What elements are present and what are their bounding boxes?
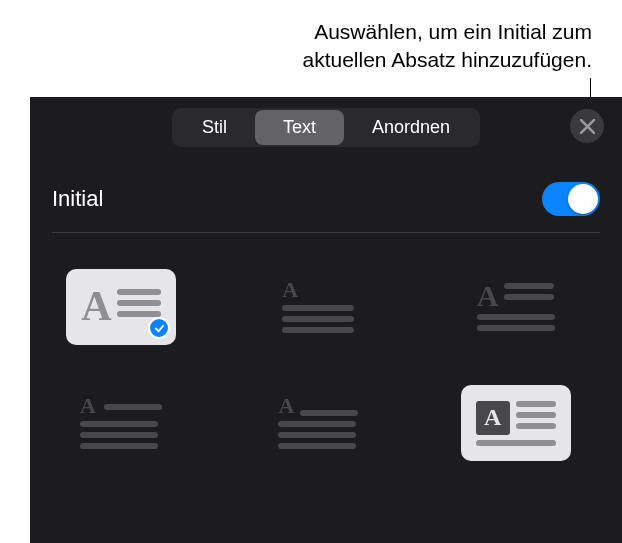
drop-cap-icon: A <box>477 283 555 331</box>
tab-bar: Stil Text Anordnen <box>30 97 622 158</box>
format-panel: Stil Text Anordnen Initial A <box>30 97 622 543</box>
close-button[interactable] <box>570 109 604 143</box>
drop-cap-option-dropped[interactable]: A <box>461 269 571 345</box>
section-header: Initial <box>30 158 622 232</box>
section-title: Initial <box>52 186 103 212</box>
drop-cap-icon: A <box>278 397 358 449</box>
drop-cap-option-margin[interactable]: A <box>66 385 176 461</box>
callout-line-1: Auswählen, um ein Initial zum <box>302 18 592 46</box>
drop-cap-option-centered[interactable]: A <box>263 385 373 461</box>
drop-cap-icon: A <box>282 281 354 333</box>
drop-cap-option-boxed[interactable]: A <box>461 385 571 461</box>
drop-cap-option-raised-large[interactable]: A <box>66 269 176 345</box>
drop-cap-icon: A <box>81 289 160 325</box>
callout-annotation: Auswählen, um ein Initial zum aktuellen … <box>302 18 592 75</box>
callout-line-2: aktuellen Absatz hinzuzufügen. <box>302 46 592 74</box>
drop-cap-icon: A <box>476 401 556 446</box>
drop-cap-option-raised-small[interactable]: A <box>263 269 373 345</box>
tab-text[interactable]: Text <box>255 110 344 145</box>
close-icon <box>580 119 595 134</box>
toggle-knob <box>568 184 598 214</box>
tab-group: Stil Text Anordnen <box>172 108 480 147</box>
tab-style[interactable]: Stil <box>174 110 255 145</box>
selected-check-icon <box>148 317 170 339</box>
drop-cap-options-grid: A A <box>30 233 622 497</box>
tab-arrange[interactable]: Anordnen <box>344 110 478 145</box>
drop-cap-icon: A <box>80 397 162 449</box>
initial-toggle[interactable] <box>542 182 600 216</box>
